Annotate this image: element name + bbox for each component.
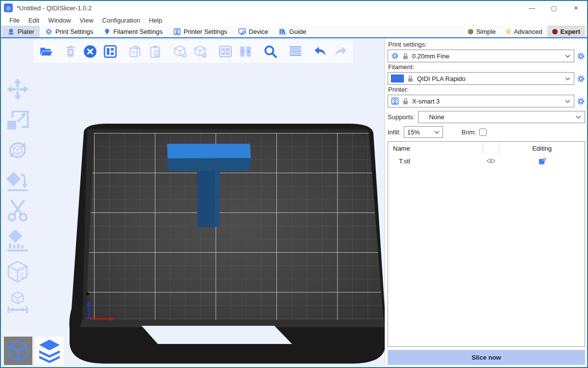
split-to-parts-button[interactable] bbox=[239, 45, 252, 58]
redo-button[interactable] bbox=[334, 45, 347, 58]
seam-painting-button[interactable] bbox=[6, 260, 29, 284]
paint-on-supports-button[interactable] bbox=[6, 230, 29, 253]
object-name: T.stl bbox=[388, 158, 483, 165]
printer-icon bbox=[173, 28, 181, 35]
print-settings-combo[interactable]: 0.20mm Fine bbox=[388, 50, 574, 62]
slice-now-button[interactable]: Slice now bbox=[388, 350, 585, 365]
3d-viewport[interactable] bbox=[1, 38, 385, 366]
menu-help[interactable]: Help bbox=[145, 17, 167, 24]
undo-button[interactable] bbox=[314, 45, 327, 58]
gear-icon bbox=[577, 97, 585, 105]
window-title: *Untitled - QIDISlicer-1.0.2 bbox=[17, 4, 521, 12]
gear-icon bbox=[45, 28, 52, 35]
device-monitor-icon bbox=[238, 28, 246, 35]
gear-icon bbox=[577, 52, 585, 60]
column-name: Name bbox=[388, 145, 483, 152]
object-list-header: Name Editing bbox=[388, 142, 585, 155]
menu-view[interactable]: View bbox=[75, 17, 98, 24]
menu-configuration[interactable]: Configuration bbox=[98, 17, 145, 24]
app-window: ◎ *Untitled - QIDISlicer-1.0.2 — ▢ ✕ Fil… bbox=[0, 0, 588, 368]
tab-guide[interactable]: Guide bbox=[273, 26, 312, 37]
delete-button[interactable] bbox=[64, 45, 77, 58]
filament-gear-button[interactable] bbox=[576, 74, 585, 83]
column-editing: Editing bbox=[499, 145, 585, 152]
brim-checkbox[interactable] bbox=[479, 129, 487, 136]
filament-label: Filament: bbox=[388, 63, 585, 71]
add-instance-button[interactable] bbox=[173, 45, 187, 58]
measure-button[interactable] bbox=[6, 290, 29, 314]
expert-dot-icon bbox=[552, 29, 558, 34]
object-row[interactable]: T.stl bbox=[388, 155, 585, 167]
eye-icon[interactable] bbox=[487, 158, 495, 164]
tab-print-settings[interactable]: Print Settings bbox=[40, 26, 98, 37]
variable-layer-height-button[interactable] bbox=[289, 45, 302, 58]
title-bar: ◎ *Untitled - QIDISlicer-1.0.2 — ▢ ✕ bbox=[1, 1, 587, 15]
move-button[interactable] bbox=[6, 78, 29, 101]
preview-view-button[interactable] bbox=[35, 337, 64, 365]
tab-filament-settings[interactable]: Filament Settings bbox=[98, 26, 168, 37]
layers-icon bbox=[37, 339, 62, 363]
filament-color-swatch bbox=[391, 75, 404, 82]
tab-bar: Plater Print Settings Filament Settings … bbox=[1, 26, 587, 38]
guide-books-icon bbox=[279, 28, 286, 35]
edit-object-icon[interactable] bbox=[538, 157, 546, 165]
infill-label: Infill: bbox=[388, 129, 401, 136]
filament-combo[interactable]: QIDI PLA Rapido bbox=[388, 72, 574, 85]
delete-all-button[interactable] bbox=[83, 45, 97, 58]
infill-combo[interactable]: 15% bbox=[404, 126, 443, 138]
lock-icon bbox=[402, 98, 409, 105]
remove-instance-button[interactable] bbox=[194, 45, 207, 58]
menu-window[interactable]: Window bbox=[44, 17, 75, 24]
menu-file[interactable]: File bbox=[5, 17, 24, 24]
brim-label: Brim: bbox=[462, 129, 476, 136]
chevron-down-icon bbox=[434, 131, 440, 134]
gear-icon bbox=[577, 75, 585, 83]
lock-icon bbox=[402, 53, 409, 60]
paste-button[interactable] bbox=[148, 45, 162, 58]
chevron-down-icon bbox=[565, 100, 570, 103]
supports-label: Supports: bbox=[388, 113, 415, 121]
object-list: Name Editing T.stl bbox=[388, 141, 585, 347]
cut-button[interactable] bbox=[6, 199, 29, 223]
close-button[interactable]: ✕ bbox=[565, 1, 587, 15]
3d-editor-view-button[interactable] bbox=[4, 337, 32, 365]
tab-printer-settings[interactable]: Printer Settings bbox=[168, 26, 233, 37]
supports-value: None bbox=[421, 113, 572, 121]
minimize-button[interactable]: — bbox=[521, 1, 543, 15]
copy-button[interactable] bbox=[128, 45, 142, 58]
printer-value: X-smart 3 bbox=[412, 98, 562, 105]
print-settings-label: Print settings: bbox=[388, 41, 585, 48]
chevron-down-icon bbox=[565, 54, 570, 58]
tab-device[interactable]: Device bbox=[233, 26, 274, 37]
tab-plater[interactable]: Plater bbox=[2, 26, 40, 37]
mode-expert[interactable]: Expert bbox=[547, 26, 585, 37]
rotate-button[interactable] bbox=[6, 138, 29, 162]
bed-handle-cutout bbox=[142, 326, 292, 344]
printer-label: Printer: bbox=[388, 86, 585, 93]
menu-bar: File Edit Window View Configuration Help bbox=[1, 15, 587, 26]
split-to-objects-button[interactable] bbox=[219, 45, 232, 58]
print-bed-scene[interactable] bbox=[1, 38, 385, 366]
arrange-button[interactable] bbox=[103, 45, 117, 58]
maximize-button[interactable]: ▢ bbox=[543, 1, 565, 15]
print-settings-value: 0.20mm Fine bbox=[412, 53, 562, 60]
mode-simple[interactable]: Simple bbox=[463, 26, 501, 37]
scale-button[interactable] bbox=[6, 108, 29, 131]
settings-panel: Print settings: 0.20mm Fine Filament: QI… bbox=[385, 38, 587, 366]
printer-icon bbox=[391, 97, 399, 105]
open-button[interactable] bbox=[39, 45, 53, 58]
lock-icon bbox=[407, 75, 414, 82]
mode-advanced[interactable]: Advanced bbox=[501, 26, 547, 37]
cube-icon bbox=[6, 339, 30, 363]
supports-combo[interactable]: None bbox=[418, 111, 585, 123]
printer-combo[interactable]: X-smart 3 bbox=[388, 95, 574, 107]
chevron-down-icon bbox=[565, 77, 570, 80]
chevron-down-icon bbox=[576, 115, 581, 119]
filament-value: QIDI PLA Rapido bbox=[417, 75, 562, 82]
place-on-face-button[interactable] bbox=[6, 169, 29, 192]
plater-icon bbox=[7, 28, 15, 35]
menu-edit[interactable]: Edit bbox=[24, 17, 44, 24]
print-settings-gear-button[interactable] bbox=[576, 52, 585, 60]
search-button[interactable] bbox=[264, 45, 277, 58]
printer-gear-button[interactable] bbox=[576, 97, 585, 105]
